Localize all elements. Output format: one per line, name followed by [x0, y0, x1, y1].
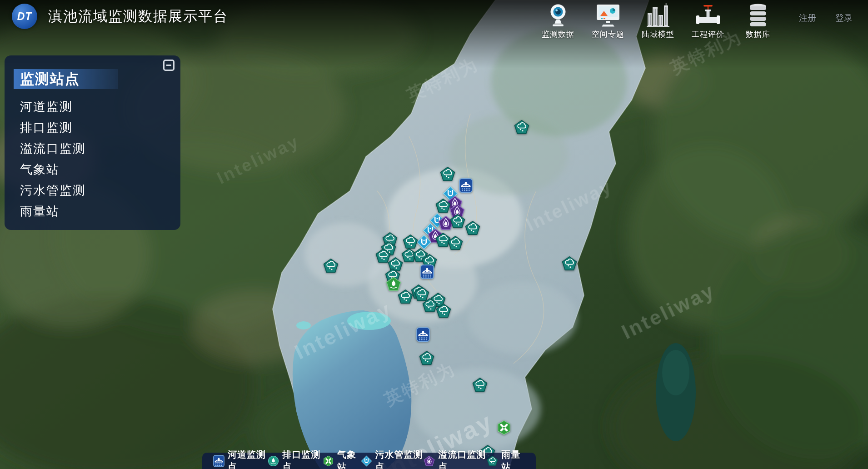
legend-item-overflow[interactable]: 溢流口监测点	[424, 449, 487, 469]
legend-label: 溢流口监测点	[438, 449, 487, 469]
map-marker-rain[interactable]	[323, 258, 339, 275]
map-marker-weather[interactable]	[496, 420, 512, 437]
map-legend: 河道监测点 排口监测点 气象站 污水管监测点 溢流口监测点	[202, 453, 536, 469]
map-marker-river[interactable]	[459, 178, 473, 195]
nav-item-database[interactable]: 数据库	[737, 2, 779, 40]
station-panel: 监测站点 河道监测 排口监测 溢流口监测 气象站 污水管监测 雨量站	[5, 55, 180, 230]
nav-item-label: 空间专题	[592, 29, 624, 40]
app-logo-text: DT	[17, 10, 32, 23]
legend-item-weather[interactable]: 气象站	[323, 449, 361, 469]
camera-icon	[546, 2, 570, 28]
top-bar: DT 滇池流域监测数据展示平台 监测数据	[0, 0, 868, 45]
monitor-chart-icon	[595, 2, 621, 28]
map-marker-rain[interactable]	[398, 289, 413, 306]
legend-item-sewage[interactable]: 污水管监测点	[361, 449, 424, 469]
map-marker-rain[interactable]	[419, 350, 434, 368]
top-nav: 监测数据 空间专题	[529, 2, 855, 40]
legend-label: 雨量站	[501, 449, 525, 469]
city-buildings-icon	[646, 2, 670, 28]
nav-item-label: 工程评价	[692, 29, 724, 40]
minus-icon	[166, 65, 171, 66]
legend-item-river[interactable]: 河道监测点	[213, 449, 268, 469]
nav-item-spatial-topics[interactable]: 空间专题	[587, 2, 629, 40]
map-marker-rain[interactable]	[422, 298, 438, 315]
station-type-list: 河道监测 排口监测 溢流口监测 气象站 污水管监测 雨量站	[20, 96, 180, 222]
nav-item-monitoring-data[interactable]: 监测数据	[537, 2, 579, 40]
page-title: 滇池流域监测数据展示平台	[48, 7, 228, 26]
legend-label: 气象站	[337, 449, 361, 469]
map-marker-river[interactable]	[420, 264, 434, 281]
outlet-station-icon	[268, 455, 279, 467]
app-logo: DT	[12, 4, 37, 29]
legend-item-rain[interactable]: 雨量站	[487, 449, 525, 469]
nav-item-land-model[interactable]: 陆域模型	[637, 2, 679, 40]
map-marker-rain[interactable]	[448, 235, 463, 253]
pipe-valve-icon	[695, 2, 721, 28]
overflow-station-icon	[424, 455, 435, 467]
map-marker-rain[interactable]	[450, 214, 465, 231]
sidebar-item-sewage-pipe-monitoring[interactable]: 污水管监测	[20, 180, 180, 201]
sidebar-item-overflow-monitoring[interactable]: 溢流口监测	[20, 138, 180, 159]
nav-item-label: 陆域模型	[642, 29, 674, 40]
sidebar-item-outlet-monitoring[interactable]: 排口监测	[20, 117, 180, 138]
sidebar-item-rain-gauge-station[interactable]: 雨量站	[20, 201, 180, 222]
map-marker-rain[interactable]	[472, 377, 488, 394]
sewage-pipe-station-icon	[361, 455, 372, 467]
nav-item-project-evaluation[interactable]: 工程评价	[687, 2, 729, 40]
legend-item-outlet[interactable]: 排口监测点	[268, 449, 322, 469]
nav-item-label: 监测数据	[542, 29, 574, 40]
legend-label: 排口监测点	[282, 449, 322, 469]
panel-header-label: 监测站点	[20, 71, 80, 87]
river-station-icon	[213, 455, 224, 467]
legend-label: 污水管监测点	[375, 449, 424, 469]
login-link[interactable]: 登录	[835, 12, 853, 24]
map-marker-rain[interactable]	[465, 220, 480, 238]
collapse-button[interactable]	[163, 60, 175, 71]
map-marker-river[interactable]	[416, 327, 430, 344]
map-marker-rain[interactable]	[440, 166, 455, 184]
nav-item-label: 数据库	[746, 29, 770, 40]
sidebar-item-weather-station[interactable]: 气象站	[20, 159, 180, 180]
database-icon	[746, 2, 770, 28]
register-link[interactable]: 注册	[799, 12, 816, 24]
legend-label: 河道监测点	[228, 449, 268, 469]
weather-station-icon	[323, 455, 334, 467]
map-marker-rain[interactable]	[514, 120, 529, 137]
map-marker-rain[interactable]	[562, 256, 577, 273]
rain-gauge-station-icon	[487, 455, 498, 467]
sidebar-item-river-monitoring[interactable]: 河道监测	[20, 96, 180, 117]
map-marker-rain[interactable]	[436, 303, 451, 320]
panel-header: 监测站点	[14, 69, 118, 89]
